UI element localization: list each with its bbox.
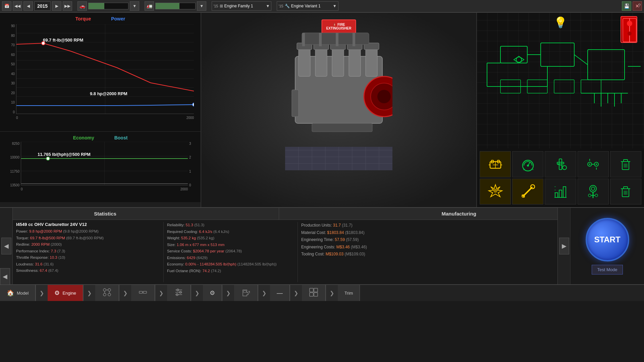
engine-family-arrow: ▼ xyxy=(266,4,270,8)
test-mode-button[interactable]: Test Mode xyxy=(592,265,623,275)
prev-prev-btn[interactable]: ◀◀ xyxy=(13,1,22,11)
nav-item-model[interactable]: 🏠 Model xyxy=(0,285,36,301)
schema-icons-grid: 0 ∞ xyxy=(477,148,644,207)
prev-btn[interactable]: ◀ xyxy=(23,1,33,11)
aero-tab[interactable]: ⚙ xyxy=(203,285,222,301)
dropdown-arrow-truck[interactable]: ▼ xyxy=(197,1,206,11)
engine-tab-icon: ⚙ xyxy=(54,289,60,297)
statistics-title: Statistics xyxy=(94,211,116,217)
svg-point-53 xyxy=(627,21,632,26)
schema-red-indicator xyxy=(621,16,637,43)
trim-tab[interactable]: Trim xyxy=(338,285,360,301)
stats-bars-icon-cell[interactable] xyxy=(545,179,576,205)
svg-rect-113 xyxy=(563,187,566,197)
nav-item-assist[interactable]: — xyxy=(270,285,290,301)
save-btn[interactable]: 💾 xyxy=(622,1,631,11)
svg-point-106 xyxy=(493,189,497,193)
svg-point-12 xyxy=(193,103,194,106)
truck-icon-btn[interactable]: 🚛 xyxy=(145,1,154,11)
model-tab-label: Model xyxy=(17,291,29,296)
start-button[interactable]: START xyxy=(586,218,629,261)
chart-nav-left[interactable]: ◀ xyxy=(0,268,10,285)
engine-family-year: '15 xyxy=(213,4,218,8)
size-stat: Size: 1.06 m x 677 mm x 513 mm xyxy=(167,242,294,248)
ui-tab[interactable] xyxy=(302,285,326,301)
svg-line-107 xyxy=(523,187,532,196)
y2-label-13500: 13500 xyxy=(3,183,19,187)
y-label-20: 20 xyxy=(3,91,15,95)
car-icon-btn[interactable]: 🚗 xyxy=(77,1,87,11)
svg-rect-150 xyxy=(314,293,318,296)
dropdown-arrow-car[interactable]: ▼ xyxy=(130,1,139,11)
gauge-icon-cell[interactable]: 0 ∞ xyxy=(512,151,543,177)
y2r-label-2: 2 xyxy=(189,156,197,159)
y-label-30: 30 xyxy=(3,81,15,85)
gearbox-tab[interactable] xyxy=(95,285,119,301)
svg-rect-146 xyxy=(244,291,246,293)
engine-tab[interactable]: ⚙ Engine xyxy=(48,285,83,301)
start-area: ? START Test Mode xyxy=(570,208,644,284)
stats-nav-right[interactable]: ▶ xyxy=(559,238,569,254)
nav-item-fuel[interactable] xyxy=(234,285,258,301)
economy-stat: Economy: 0.00% - 1148284.505 lb/(hph) (1… xyxy=(167,261,294,268)
stats-divider xyxy=(279,208,279,220)
stats-main: Statistics Manufacturing I4549 cc OHV Ca… xyxy=(13,208,557,284)
manufacturing-title: Manufacturing xyxy=(441,211,476,217)
wrench-diag-icon-cell[interactable] xyxy=(512,179,543,205)
emissions-stat: Emissions: 6429 (6429) xyxy=(167,255,294,261)
engine-warning-icon xyxy=(487,156,503,172)
material-cost-stat: Material Cost: $1803.84 ($1803.84) xyxy=(301,229,554,237)
engineering-costs-stat: Engineering Costs: M$3.46 (M$3.46) xyxy=(301,244,554,251)
svg-line-59 xyxy=(574,55,588,65)
main-area: Torque Power 90 80 70 60 50 40 30 20 10 … xyxy=(0,13,644,207)
engine-variant-selector[interactable]: '15 🔧 Engine Variant 1 ▼ xyxy=(277,1,338,11)
engine-3d-svg xyxy=(285,29,392,170)
svg-rect-68 xyxy=(581,80,601,93)
engine-warning-icon-cell[interactable] xyxy=(480,151,511,177)
explosion-icon-cell[interactable] xyxy=(480,179,511,205)
stats-nav-left[interactable]: ◀ xyxy=(1,238,11,254)
nav-item-trim[interactable]: Trim xyxy=(338,285,360,301)
engine-variant-wrench-icon: 🔧 xyxy=(285,4,290,8)
svg-point-131 xyxy=(108,289,111,291)
throttle-stat: Throttle Response: 10.3 (10) xyxy=(16,254,160,261)
cooling-stat: Required Cooling: 6.4 kJ/s (6.4 kJ/s) xyxy=(167,229,294,235)
stats-bars-icon xyxy=(552,183,569,199)
waste1-icon-cell[interactable] xyxy=(610,151,641,177)
next-btn[interactable]: ▶ xyxy=(52,1,61,11)
model-tab[interactable]: 🏠 Model xyxy=(0,285,36,301)
nav-arrow-6: ❯ xyxy=(222,285,234,301)
model-tab-icon: 🏠 xyxy=(7,289,14,297)
y2r-label-3: 3 xyxy=(189,142,197,145)
svg-point-130 xyxy=(103,289,106,291)
trim-tab-label: Trim xyxy=(344,291,353,296)
engine-family-selector[interactable]: '15 ⊞ Engine Family 1 ▼ xyxy=(212,1,271,11)
tuning-tab[interactable] xyxy=(167,285,191,301)
engine-tab-label: Engine xyxy=(62,291,76,296)
y-label-60: 60 xyxy=(3,53,15,57)
svg-rect-56 xyxy=(541,43,574,66)
valve-tool-icon-cell[interactable] xyxy=(545,151,576,177)
svg-rect-22 xyxy=(332,46,344,76)
nav-item-engine[interactable]: ⚙ Engine xyxy=(48,285,83,301)
economy-boost-svg xyxy=(21,142,188,185)
bottom-panel: ◀ Statistics Manufacturing I4549 cc OHV … xyxy=(0,207,644,284)
nav-item-ui[interactable] xyxy=(302,285,326,301)
nav-item-differential[interactable] xyxy=(131,285,155,301)
waste2-icon-cell[interactable] xyxy=(610,179,641,205)
svg-rect-137 xyxy=(139,291,143,293)
nav-item-aero[interactable]: ⚙ xyxy=(203,285,222,301)
fuel-tab[interactable] xyxy=(234,285,258,301)
tooling-cost-stat: Tooling Cost: M$109.03 (M$109.03) xyxy=(301,251,554,258)
calendar-btn[interactable]: 📅 xyxy=(2,1,11,11)
y-label-50: 50 xyxy=(3,62,15,66)
redline-stat: Redline: 2000 RPM (2000) xyxy=(16,241,160,248)
assist-tab[interactable]: — xyxy=(270,285,290,301)
aero-tab-icon: ⚙ xyxy=(210,289,215,297)
nav-item-tuning[interactable] xyxy=(167,285,191,301)
crankshaft-icon-cell[interactable] xyxy=(578,151,609,177)
differential-tab[interactable] xyxy=(131,285,155,301)
next-next-btn[interactable]: ▶▶ xyxy=(63,1,72,11)
piston-icon-cell[interactable] xyxy=(578,179,609,205)
nav-item-gearbox[interactable] xyxy=(95,285,119,301)
